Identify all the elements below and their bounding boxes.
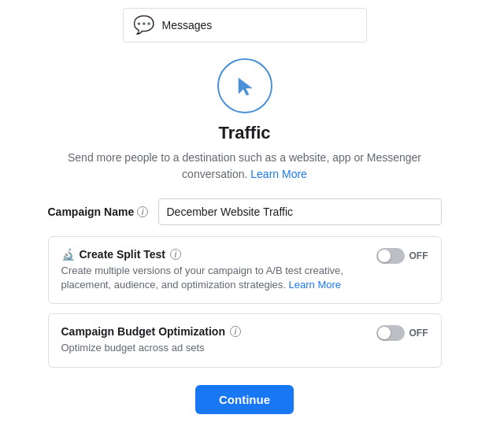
budget-optimization-toggle-area[interactable]: OFF [376, 325, 428, 341]
split-test-toggle-thumb [378, 250, 391, 262]
split-test-toggle-area[interactable]: OFF [376, 248, 428, 264]
campaign-name-row: Campaign Name i [48, 198, 442, 225]
split-test-icon: 🔬 [61, 248, 75, 261]
split-test-learn-more[interactable]: Learn More [289, 279, 341, 291]
budget-optimization-toggle-thumb [378, 327, 391, 339]
cursor-icon [232, 73, 257, 98]
budget-optimization-content: Campaign Budget Optimization i Optimize … [61, 325, 376, 355]
messages-icon: 💬 [133, 15, 154, 35]
split-test-toggle[interactable] [376, 248, 405, 264]
split-test-content: 🔬 Create Split Test i Create multiple ve… [61, 248, 376, 292]
split-test-info-icon[interactable]: i [170, 249, 181, 260]
budget-optimization-toggle[interactable] [376, 325, 405, 341]
budget-optimization-description: Optimize budget across ad sets [61, 341, 361, 355]
split-test-description: Create multiple versions of your campaig… [61, 264, 361, 292]
split-test-title: 🔬 Create Split Test i [61, 248, 361, 261]
continue-button[interactable]: Continue [195, 385, 294, 414]
main-content: Traffic Send more people to a destinatio… [0, 50, 489, 430]
campaign-name-input[interactable] [158, 198, 442, 225]
budget-optimization-card: Campaign Budget Optimization i Optimize … [48, 313, 442, 367]
traffic-description: Send more people to a destination such a… [64, 150, 426, 183]
split-test-card: 🔬 Create Split Test i Create multiple ve… [48, 236, 442, 304]
budget-optimization-title: Campaign Budget Optimization i [61, 325, 361, 338]
budget-optimization-toggle-label: OFF [409, 328, 428, 339]
split-test-toggle-track [376, 248, 405, 264]
campaign-name-info-icon[interactable]: i [137, 206, 148, 217]
learn-more-link[interactable]: Learn More [250, 168, 307, 180]
campaign-name-label: Campaign Name i [48, 205, 150, 218]
budget-optimization-info-icon[interactable]: i [230, 326, 241, 337]
traffic-icon-circle [217, 58, 272, 113]
split-test-toggle-label: OFF [409, 250, 428, 261]
messages-label: Messages [162, 19, 213, 31]
messages-card: 💬 Messages [123, 8, 367, 43]
traffic-title: Traffic [218, 123, 270, 143]
budget-optimization-toggle-track [376, 325, 405, 341]
